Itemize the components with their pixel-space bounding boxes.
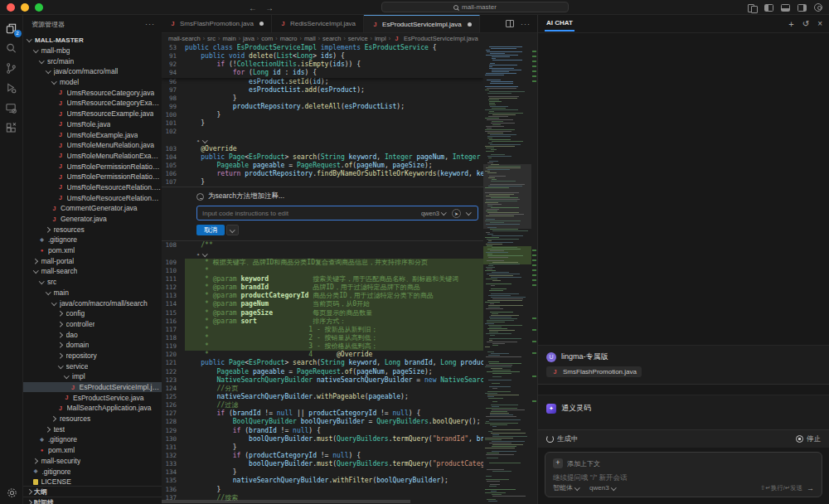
editor-tab[interactable]: JRedisServiceImpl.java [272,15,364,32]
add-context-button[interactable]: + 添加上下文 [553,458,814,468]
horizontal-scrollbar[interactable] [162,500,410,503]
outline-section-header[interactable]: 大纲 [23,486,162,497]
tree-item[interactable]: domain [23,340,162,351]
tree-item[interactable]: resources [23,224,162,235]
sparkle-hint-icon[interactable]: ✦ [196,137,209,145]
editor-group-icon[interactable] [748,4,757,12]
tree-item[interactable]: mall-security [23,456,162,467]
maximize-window-button[interactable] [35,3,43,12]
tree-item[interactable]: main [23,288,162,298]
history-icon[interactable]: ↺ [802,19,809,28]
tree-item[interactable]: JUmsResourceCategory.java [23,87,162,98]
explorer-more-actions-icon[interactable]: ··· [145,20,155,28]
breadcrumb-item[interactable]: macro [280,35,298,42]
nav-forward-icon[interactable]: → [265,3,274,12]
tree-item[interactable]: java/com/macro/mall/search [23,298,162,308]
tree-item[interactable]: JUmsRoleMenuRelationExample.java [23,151,162,162]
close-window-button[interactable] [7,3,15,12]
tree-item[interactable]: JUmsRoleResourceRelation.java [23,182,162,193]
tree-item[interactable]: src [23,277,162,288]
breadcrumb-item[interactable]: mall-search [168,35,201,42]
nav-back-icon[interactable]: ← [249,3,257,12]
tree-item[interactable]: mall-search [23,266,162,277]
inline-chat-model-select[interactable]: qwen3 [421,210,448,217]
breadcrumb-item[interactable]: service [348,35,368,42]
inline-chat-send-icon[interactable]: ➤ [452,209,461,218]
extensions-icon[interactable] [0,118,23,138]
breadcrumb-item[interactable]: com [261,35,273,42]
editor-tab[interactable]: JSmsFlashPromotion.java [162,15,272,32]
breadcrumb-item[interactable]: java [243,35,255,42]
model-select[interactable]: qwen3 [589,484,618,492]
tree-item[interactable]: JMallSearchApplication.java [23,403,162,414]
toggle-sidebar-left-icon[interactable] [764,4,773,12]
toggle-panel-icon[interactable] [781,4,790,12]
tree-item[interactable]: java/com/macro/mall [23,66,162,77]
source-control-icon[interactable] [0,58,23,78]
tree-item[interactable]: JGenerator.java [23,214,162,225]
tree-item[interactable]: JUmsRole.java [23,119,162,130]
tree-item[interactable]: JUmsRolePermissionRelationExample... [23,172,162,182]
breadcrumb-item[interactable]: src [207,35,216,42]
tree-item[interactable]: mall-portal [23,255,162,266]
tree-item[interactable]: JUmsRolePermissionRelation.java [23,161,162,172]
editor-tab[interactable]: JEsProductServiceImpl.java [364,15,480,32]
tree-item[interactable]: ◆.gitignore [23,434,162,445]
agent-select[interactable]: 智能体 [553,483,581,492]
editor-more-actions-icon[interactable]: ··· [521,20,531,28]
tree-item[interactable]: dao [23,329,162,340]
cancel-button[interactable]: 取消 [196,225,225,235]
tree-item[interactable]: JUmsResourceCategoryExample.java [23,98,162,109]
command-center-search[interactable]: mall-master [381,2,569,12]
close-panel-icon[interactable]: × [817,19,822,28]
settings-gear-icon[interactable] [0,487,23,499]
breadcrumb-item[interactable]: EsProductServiceImpl.java [404,35,478,42]
chat-input-box[interactable]: + 添加上下文 继续提问哦 "/" 新开会话 智能体 qwen3 ⇧↵换行/↵发… [545,452,822,497]
tree-item[interactable]: test [23,424,162,434]
tree-item[interactable]: ●pom.xml [23,445,162,456]
cancel-dropdown-button[interactable] [226,225,239,235]
sparkle-hint-icon[interactable]: ✦ [196,250,209,259]
inline-chat-send-dropdown-icon[interactable] [465,210,473,217]
tree-item[interactable]: service [23,361,162,371]
minimize-window-button[interactable] [21,3,29,12]
tree-item[interactable]: ◆.gitignore [23,466,162,477]
tree-item[interactable]: JUmsResourceExample.java [23,109,162,119]
tree-item[interactable]: JEsProductServiceImpl.java [23,382,162,393]
run-debug-icon[interactable] [0,78,23,98]
account-icon[interactable] [814,3,822,12]
breadcrumb[interactable]: mall-search›src›main›java›com›macro›mall… [162,33,537,44]
send-icon[interactable]: → [807,484,814,492]
tree-item[interactable]: JEsProductService.java [23,392,162,403]
tree-item[interactable]: JUmsRoleResourceRelationExample.j... [23,192,162,203]
tree-item[interactable]: impl [23,371,162,382]
tree-item[interactable]: resources [23,414,162,424]
tree-item[interactable]: JCommentGenerator.java [23,203,162,214]
inline-chat-input[interactable]: Input code instructions to edit qwen3 ➤ [196,206,478,220]
tree-item[interactable]: JUmsRoleMenuRelation.java [23,140,162,151]
explorer-icon[interactable]: 2 [0,18,23,38]
remote-explorer-icon[interactable] [0,98,23,118]
minimap[interactable] [483,44,531,504]
stop-button[interactable]: 停止 [796,434,821,444]
breadcrumb-item[interactable]: impl [375,35,386,42]
tree-item[interactable]: ●pom.xml [23,245,162,256]
tree-item[interactable]: model [23,77,162,88]
timeline-section-header[interactable]: 时间线 [23,497,162,504]
search-view-icon[interactable] [0,38,23,58]
ai-chat-tab[interactable]: AI CHAT [545,16,574,32]
tree-item[interactable]: src/main [23,56,162,66]
tree-item[interactable]: config [23,308,162,319]
tree-item[interactable]: controller [23,319,162,330]
breadcrumb-item[interactable]: mall [304,35,316,42]
breadcrumb-item[interactable]: main [222,35,235,42]
tree-item[interactable]: repository [23,351,162,361]
toggle-sidebar-right-icon[interactable] [797,4,807,12]
tree-item[interactable]: MALL-MASTER [23,35,162,46]
tree-item[interactable]: mall-mbg [23,46,162,56]
tree-item[interactable]: JUmsRoleExample.java [23,129,162,140]
attached-file-chip[interactable]: J SmsFlashPromotion.java [546,366,642,377]
new-chat-icon[interactable]: + [788,19,793,29]
split-editor-icon[interactable] [506,20,514,27]
breadcrumb-item[interactable]: search [322,35,342,42]
